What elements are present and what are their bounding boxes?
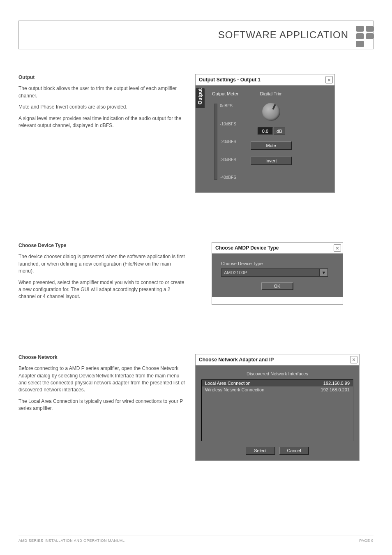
- choose-network-dialog: Choose Network Adapter and IP × Discover…: [195, 354, 360, 461]
- list-item[interactable]: Wireless Network Connection 192.168.0.20…: [202, 386, 353, 393]
- output-settings-dialog: Output Settings - Output 1 × Output Outp…: [195, 74, 335, 193]
- body-text: Mute and Phase Invert controls are also …: [18, 104, 187, 111]
- interface-ip: 192.168.0.99: [323, 381, 350, 386]
- header-logo-dots: [356, 26, 374, 47]
- device-type-select[interactable]: AMD2100P ▼: [221, 268, 328, 277]
- cancel-button[interactable]: Cancel: [279, 447, 309, 455]
- page-title: SOFTWARE APPLICATION: [218, 29, 348, 41]
- footer-left: AMD SERIES INSTALLATION AND OPERATION MA…: [18, 539, 125, 543]
- body-text: A signal level meter provides real time …: [18, 115, 187, 130]
- trim-readout: 0.0 dB: [258, 127, 285, 135]
- dialog-titlebar: Choose AMDP Device Type ×: [212, 243, 343, 254]
- body-text: Before connecting to a AMD P series ampl…: [18, 365, 187, 394]
- dialog-title: Choose Network Adapter and IP: [199, 357, 274, 363]
- body-text: The device chooser dialog is presented w…: [18, 253, 187, 275]
- dialog-titlebar: Choose Network Adapter and IP ×: [196, 354, 359, 365]
- mute-button[interactable]: Mute: [251, 141, 292, 150]
- section-heading-output: Output: [18, 74, 187, 81]
- dialog-title: Choose AMDP Device Type: [215, 245, 279, 251]
- close-icon[interactable]: ×: [334, 244, 341, 252]
- meter-scale: 0dBFS -10dBFS -20dBFS -30dBFS -40dBFS: [220, 104, 236, 180]
- network-interface-list[interactable]: Local Area Connection 192.168.0.99 Wirel…: [201, 379, 353, 441]
- ok-button[interactable]: OK: [261, 282, 293, 290]
- select-value: AMD2100P: [221, 268, 320, 277]
- meter-tick: -20dBFS: [220, 139, 236, 144]
- body-text: The output block allows the user to trim…: [18, 85, 187, 99]
- interface-name: Wireless Network Connection: [205, 387, 264, 392]
- output-meter-label: Output Meter: [212, 91, 238, 96]
- interface-name: Local Area Connection: [205, 381, 251, 386]
- list-item[interactable]: Local Area Connection 192.168.0.99: [202, 380, 353, 386]
- header-band: SOFTWARE APPLICATION: [18, 21, 374, 49]
- dialog-title: Output Settings - Output 1: [199, 77, 261, 83]
- network-list-label: Discovered Network Interfaces: [201, 371, 353, 376]
- trim-value: 0.0: [258, 127, 273, 135]
- meter-tick: -40dBFS: [220, 175, 236, 180]
- footer-right: PAGE 9: [359, 539, 374, 543]
- section-heading-device: Choose Device Type: [18, 242, 187, 249]
- select-button[interactable]: Select: [246, 447, 275, 455]
- digital-trim-label: Digital Trim: [260, 91, 283, 96]
- level-meter-bar: [214, 104, 217, 180]
- interface-ip: 192.168.0.201: [321, 387, 350, 392]
- page-footer: AMD SERIES INSTALLATION AND OPERATION MA…: [18, 536, 374, 543]
- chevron-down-icon[interactable]: ▼: [320, 268, 328, 277]
- section-heading-network: Choose Network: [18, 354, 187, 361]
- meter-tick: -10dBFS: [220, 122, 236, 126]
- close-icon[interactable]: ×: [325, 76, 333, 83]
- output-meter: 0dBFS -10dBFS -20dBFS -30dBFS -40dBFS: [214, 104, 236, 180]
- body-text: When presented, select the amplifier mod…: [18, 279, 187, 301]
- close-icon[interactable]: ×: [350, 356, 357, 363]
- device-type-label: Choose Device Type: [221, 261, 334, 266]
- body-text: The Local Area Connection is typically u…: [18, 398, 187, 412]
- output-tab[interactable]: Output: [196, 86, 205, 192]
- trim-knob[interactable]: [262, 103, 280, 121]
- invert-button[interactable]: Invert: [251, 157, 292, 165]
- meter-tick: -30dBFS: [220, 157, 236, 162]
- dialog-titlebar: Output Settings - Output 1 ×: [196, 74, 334, 86]
- choose-device-dialog: Choose AMDP Device Type × Choose Device …: [212, 242, 343, 305]
- trim-unit: dB: [274, 127, 285, 135]
- meter-tick: 0dBFS: [220, 104, 236, 108]
